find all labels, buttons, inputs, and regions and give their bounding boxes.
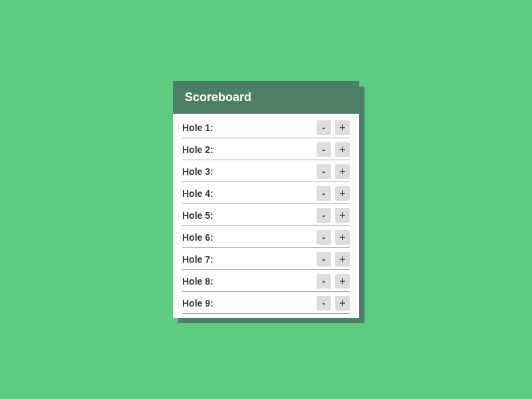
hole-label: Hole 4: — [182, 188, 213, 199]
score-stepper: -+ — [317, 208, 350, 223]
score-row: Hole 8:-+ — [182, 270, 350, 292]
hole-label: Hole 5: — [182, 210, 213, 221]
score-row: Hole 2:-+ — [182, 138, 350, 160]
hole-label: Hole 9: — [182, 298, 213, 309]
increment-button[interactable]: + — [335, 186, 350, 201]
score-stepper: -+ — [317, 120, 350, 135]
decrement-button[interactable]: - — [317, 252, 331, 267]
hole-label: Hole 8: — [182, 276, 213, 287]
hole-label: Hole 6: — [182, 232, 213, 243]
page-title: Scoreboard — [173, 81, 359, 114]
decrement-button[interactable]: - — [317, 120, 331, 135]
score-stepper: -+ — [317, 142, 350, 157]
score-stepper: -+ — [317, 230, 350, 245]
decrement-button[interactable]: - — [317, 142, 331, 157]
score-row: Hole 1:-+ — [182, 116, 350, 138]
hole-label: Hole 2: — [182, 144, 213, 155]
scoreboard-card: Scoreboard Hole 1:-+Hole 2:-+Hole 3:-+Ho… — [173, 81, 359, 318]
card: Scoreboard Hole 1:-+Hole 2:-+Hole 3:-+Ho… — [173, 81, 359, 318]
score-stepper: -+ — [317, 252, 350, 267]
decrement-button[interactable]: - — [317, 296, 331, 311]
decrement-button[interactable]: - — [317, 164, 331, 179]
decrement-button[interactable]: - — [317, 274, 331, 289]
score-stepper: -+ — [317, 296, 350, 311]
increment-button[interactable]: + — [335, 252, 350, 267]
decrement-button[interactable]: - — [317, 208, 331, 223]
score-row: Hole 6:-+ — [182, 226, 350, 248]
increment-button[interactable]: + — [335, 274, 350, 289]
decrement-button[interactable]: - — [317, 186, 331, 201]
score-row: Hole 7:-+ — [182, 248, 350, 270]
score-row: Hole 4:-+ — [182, 182, 350, 204]
score-row: Hole 9:-+ — [182, 292, 350, 314]
score-row: Hole 3:-+ — [182, 160, 350, 182]
increment-button[interactable]: + — [335, 296, 350, 311]
score-row: Hole 5:-+ — [182, 204, 350, 226]
increment-button[interactable]: + — [335, 164, 350, 179]
score-stepper: -+ — [317, 274, 350, 289]
increment-button[interactable]: + — [335, 230, 350, 245]
score-stepper: -+ — [317, 164, 350, 179]
increment-button[interactable]: + — [335, 142, 350, 157]
hole-label: Hole 1: — [182, 122, 213, 133]
increment-button[interactable]: + — [335, 208, 350, 223]
score-rows: Hole 1:-+Hole 2:-+Hole 3:-+Hole 4:-+Hole… — [173, 114, 359, 318]
decrement-button[interactable]: - — [317, 230, 331, 245]
hole-label: Hole 3: — [182, 166, 213, 177]
increment-button[interactable]: + — [335, 120, 350, 135]
hole-label: Hole 7: — [182, 254, 213, 265]
score-stepper: -+ — [317, 186, 350, 201]
